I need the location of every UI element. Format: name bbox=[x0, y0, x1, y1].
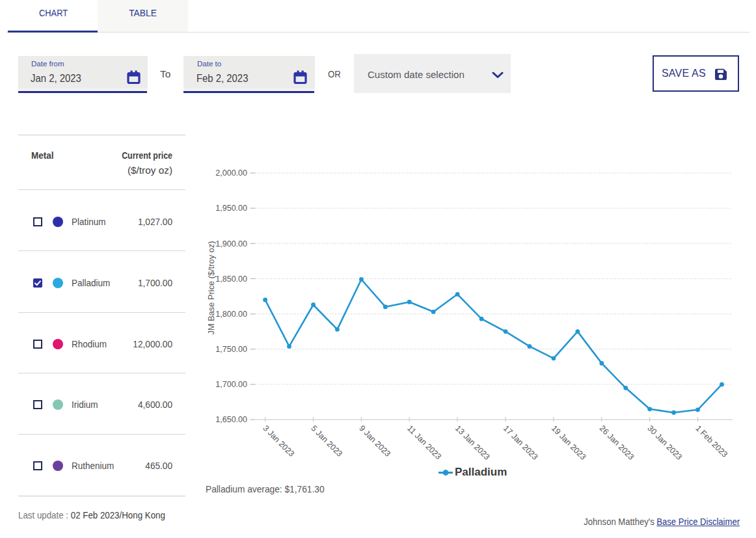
svg-text:17 Jan 2023: 17 Jan 2023 bbox=[502, 424, 540, 462]
svg-text:26 Jan 2023: 26 Jan 2023 bbox=[598, 424, 636, 462]
svg-text:1,650.00: 1,650.00 bbox=[215, 415, 247, 424]
svg-text:1,900.00: 1,900.00 bbox=[215, 239, 247, 249]
svg-text:1,950.00: 1,950.00 bbox=[215, 204, 247, 213]
svg-text:1,750.00: 1,750.00 bbox=[215, 345, 247, 354]
svg-text:JM Base Price ($/troy oz): JM Base Price ($/troy oz) bbox=[206, 241, 216, 335]
svg-text:1,850.00: 1,850.00 bbox=[215, 275, 247, 284]
svg-text:2,000.00: 2,000.00 bbox=[215, 168, 247, 178]
svg-text:13 Jan 2023: 13 Jan 2023 bbox=[453, 424, 492, 462]
svg-text:1,800.00: 1,800.00 bbox=[215, 310, 247, 319]
svg-text:1 Feb 2023: 1 Feb 2023 bbox=[694, 424, 729, 459]
svg-text:5 Jan 2023: 5 Jan 2023 bbox=[309, 424, 344, 459]
svg-text:19 Jan 2023: 19 Jan 2023 bbox=[550, 424, 588, 462]
svg-text:9 Jan 2023: 9 Jan 2023 bbox=[357, 424, 392, 459]
svg-text:3 Jan 2023: 3 Jan 2023 bbox=[261, 424, 296, 459]
svg-text:1,700.00: 1,700.00 bbox=[215, 380, 247, 389]
svg-text:30 Jan 2023: 30 Jan 2023 bbox=[645, 424, 684, 462]
svg-text:11 Jan 2023: 11 Jan 2023 bbox=[405, 424, 443, 461]
